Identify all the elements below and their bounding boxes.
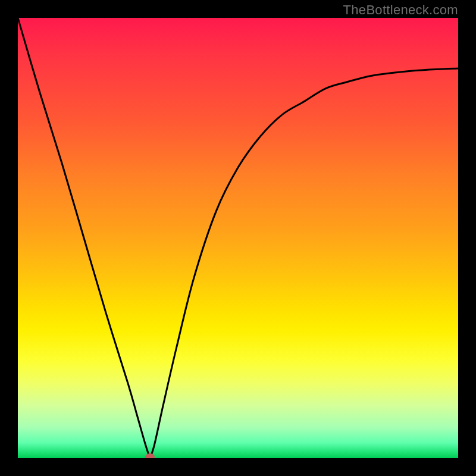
chart-frame: TheBottleneck.com — [0, 0, 476, 476]
plot-area — [18, 18, 458, 458]
minimum-marker — [145, 453, 155, 458]
curve-svg — [18, 18, 458, 458]
bottleneck-curve — [18, 18, 458, 458]
watermark-text: TheBottleneck.com — [343, 2, 458, 18]
